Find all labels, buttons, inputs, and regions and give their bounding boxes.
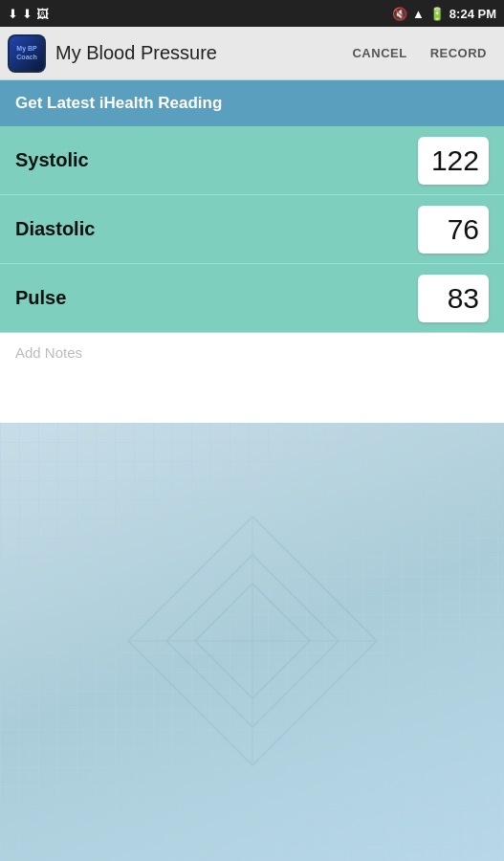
notes-input[interactable]: [0, 333, 504, 419]
download-icon-2: ⬇: [22, 7, 33, 21]
watermark-graphic: [109, 497, 396, 784]
svg-line-7: [252, 517, 377, 641]
systolic-row: Systolic 122: [0, 126, 504, 195]
status-bar-left: ⬇ ⬇ 🖼: [8, 7, 49, 21]
diastolic-value: 76: [448, 213, 479, 246]
diastolic-row: Diastolic 76: [0, 195, 504, 264]
pulse-row: Pulse 83: [0, 264, 504, 333]
pulse-value-box[interactable]: 83: [418, 275, 489, 322]
app-icon: My BP Coach: [8, 34, 46, 73]
readings-container: Systolic 122 Diastolic 76 Pulse 83: [0, 126, 504, 333]
download-icon-1: ⬇: [8, 7, 18, 21]
systolic-value-box[interactable]: 122: [418, 137, 489, 185]
battery-icon: 🔋: [429, 7, 445, 21]
background-area: [0, 423, 504, 861]
systolic-value: 122: [431, 144, 479, 177]
diastolic-value-box[interactable]: 76: [418, 206, 489, 254]
diastolic-label: Diastolic: [15, 218, 418, 240]
ihealth-header[interactable]: Get Latest iHealth Reading: [0, 80, 504, 126]
systolic-label: Systolic: [15, 149, 418, 171]
status-bar: ⬇ ⬇ 🖼 🔇 ▲ 🔋 8:24 PM: [0, 0, 504, 27]
svg-line-8: [128, 517, 252, 641]
ihealth-header-text: Get Latest iHealth Reading: [15, 94, 222, 112]
record-button[interactable]: RECORD: [421, 38, 496, 68]
pulse-value: 83: [448, 282, 479, 315]
status-bar-right: 🔇 ▲ 🔋 8:24 PM: [392, 7, 496, 21]
clock: 8:24 PM: [449, 7, 496, 21]
app-bar: My BP Coach My Blood Pressure CANCEL REC…: [0, 27, 504, 80]
svg-line-5: [128, 641, 252, 765]
image-icon: 🖼: [36, 7, 49, 21]
mute-icon: 🔇: [392, 7, 407, 21]
pulse-label: Pulse: [15, 287, 418, 309]
app-title: My Blood Pressure: [55, 42, 342, 64]
notes-container: [0, 333, 504, 423]
wifi-icon: ▲: [412, 7, 425, 21]
svg-line-6: [252, 641, 377, 765]
app-bar-actions: CANCEL RECORD: [342, 38, 496, 68]
app-icon-text: My BP Coach: [10, 45, 44, 61]
cancel-button[interactable]: CANCEL: [342, 38, 416, 68]
